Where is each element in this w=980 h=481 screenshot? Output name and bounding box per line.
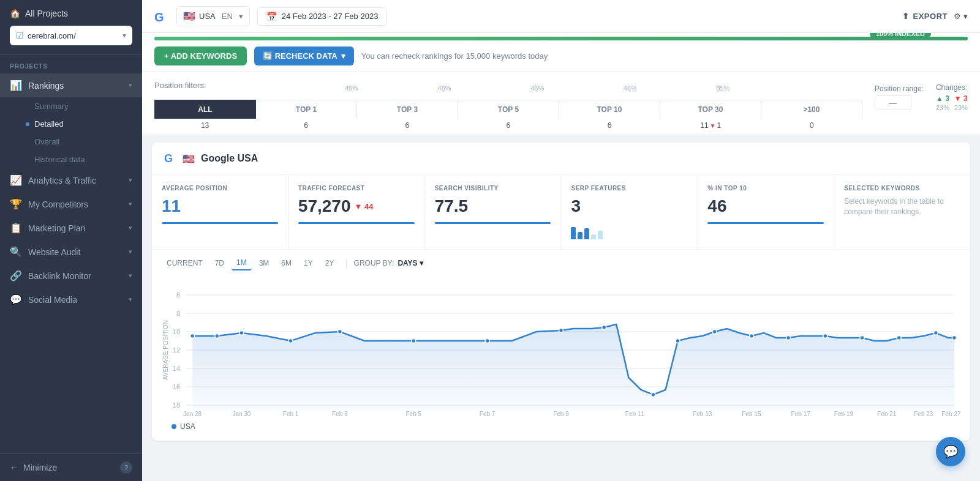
serp-features-label: SERP FEATURES [571,185,687,192]
google-section-logo: G [162,151,176,166]
search-visibility-label: SEARCH VISIBILITY [435,185,551,192]
svg-text:Feb 3: Feb 3 [332,411,348,417]
svg-point-24 [412,339,416,343]
filters-section: Position filters: 46% 46% 46% 46% 85% [142,72,980,135]
chevron-down-icon: ▾ [123,31,126,40]
sidebar-item-backlink[interactable]: 🔗 Backlink Monitor ▾ [0,264,142,288]
changes-values: ▲ 3 ▼ 3 [936,94,968,103]
svg-point-36 [933,331,938,335]
svg-point-21 [239,331,244,335]
sidebar-item-social[interactable]: 💬 Social Media ▾ [0,288,142,311]
main-content: G 🇺🇸 USA EN ▾ 📅 24 Feb 2023 - 27 Feb 202… [142,0,980,481]
time-tab-1y[interactable]: 1Y [299,256,318,270]
svg-point-23 [337,330,342,334]
recheck-data-button[interactable]: 🔄 RECHECK DATA ▾ [254,47,354,65]
filters-and-controls: Position filters: 46% 46% 46% 46% 85% [154,78,968,135]
metric-search-visibility: SEARCH VISIBILITY 77.5 [425,175,562,249]
svg-point-26 [559,329,563,333]
gear-icon: ⚙ [954,12,961,21]
filter-pct-top10: 46% [584,84,677,92]
down-indicator-icon: ▼ [710,122,716,129]
country-selector[interactable]: 🇺🇸 USA EN ▾ [176,6,250,26]
project-icon: ☑ [16,31,24,40]
sidebar-item-analytics[interactable]: 📈 Analytics & Traffic ▾ [0,168,142,192]
filter-tab-top5[interactable]: TOP 5 [458,100,559,119]
controls-wrap: Position range: Changes: ▲ 3 ▼ 3 23% 23% [862,78,968,116]
project-selector[interactable]: ☑ cerebral.com/ ▾ [10,26,132,45]
group-by-label: GROUP BY: [354,259,394,267]
settings-button[interactable]: ⚙ ▾ [954,12,968,21]
svg-text:18: 18 [173,401,180,409]
google-section-header: G 🇺🇸 Google USA [152,143,970,175]
sidebar-item-historical[interactable]: Historical data [0,151,142,168]
metrics-section: G 🇺🇸 Google USA AVERAGE POSITION 11 TRAF… [152,143,970,441]
pct-top10-sparkline [707,222,824,224]
google-section-flag: 🇺🇸 [183,153,195,165]
filter-tab-top30[interactable]: TOP 30 [660,100,761,119]
analytics-icon: 📈 [10,174,22,186]
filter-count-row: 13 6 6 6 6 11 ▼ 1 0 [154,119,862,135]
sidebar-item-audit[interactable]: 🔍 Website Audit ▾ [0,240,142,264]
filter-tab-top3[interactable]: TOP 3 [357,100,458,119]
chart-svg: 6 8 10 12 14 16 18 AVERAGE POSITION [162,283,960,417]
filter-tab-top1[interactable]: TOP 1 [256,100,357,119]
filter-tab-all[interactable]: ALL [154,100,256,119]
backlink-chevron-icon: ▾ [129,272,132,280]
content-area: 100% INDEXED + ADD KEYWORDS 🔄 RECHECK DA… [142,33,980,481]
svg-point-37 [952,336,956,340]
metric-avg-position: AVERAGE POSITION 11 [152,175,288,249]
time-tab-1m[interactable]: 1M [232,256,252,270]
usa-legend-label: USA [180,422,195,431]
sidebar-item-detailed[interactable]: Detailed [0,115,142,133]
svg-text:Feb 9: Feb 9 [553,411,569,417]
all-projects-link[interactable]: 🏠 All Projects [10,9,132,18]
sidebar-item-summary[interactable]: Summary [0,97,142,115]
svg-text:Feb 15: Feb 15 [742,411,761,417]
action-bar: + ADD KEYWORDS 🔄 RECHECK DATA ▾ You can … [142,40,980,72]
minimize-button[interactable]: ← Minimize ? [0,453,142,481]
sidebar-item-overall[interactable]: Overall [0,133,142,151]
sidebar-item-competitors[interactable]: 🏆 My Competitors ▾ [0,192,142,216]
index-bar-section: 100% INDEXED [142,33,980,40]
svg-text:G: G [154,10,164,24]
filter-pct-top3: 46% [398,84,491,92]
group-by-value[interactable]: DAYS ▾ [398,259,423,267]
time-tab-3m[interactable]: 3M [254,256,274,270]
filter-tab-top10[interactable]: TOP 10 [559,100,660,119]
country-chevron-icon: ▾ [239,12,243,21]
avg-position-sparkline [162,222,278,224]
competitors-icon: 🏆 [10,198,22,210]
calendar-icon: 📅 [266,12,277,21]
help-icon: ? [120,461,132,474]
time-tab-7d[interactable]: 7D [210,256,229,270]
chat-bubble-button[interactable]: 💬 [936,437,965,466]
metric-traffic-forecast: TRAFFIC FORECAST 57,270 ▼ 44 [288,175,425,249]
sidebar-item-marketing[interactable]: 📋 Marketing Plan ▾ [0,216,142,240]
usa-legend-dot [172,424,176,429]
detailed-active-dot [26,122,29,126]
svg-point-19 [190,334,195,338]
serp-bar-5 [598,231,603,239]
position-range-input[interactable] [875,95,911,110]
recheck-chevron-icon: ▾ [341,51,345,61]
recheck-info-text: You can recheck rankings for 15,000 keyw… [361,51,548,61]
filter-tab-gt100[interactable]: >100 [761,100,862,119]
date-selector[interactable]: 📅 24 Feb 2023 - 27 Feb 2023 [257,7,388,26]
sidebar-item-rankings[interactable]: 📊 Rankings ▾ [0,73,142,97]
chart-svg-wrap: 6 8 10 12 14 16 18 AVERAGE POSITION [162,283,960,417]
summary-label: Summary [34,102,69,111]
filter-pct-top1: 46% [305,84,398,92]
index-badge: 100% INDEXED [870,33,931,39]
add-keywords-button[interactable]: + ADD KEYWORDS [154,47,247,65]
time-tab-6m[interactable]: 6M [276,256,296,270]
serp-bar-4 [591,234,596,239]
svg-point-29 [676,339,680,343]
export-button[interactable]: ⬆ EXPORT [902,12,948,21]
traffic-forecast-label: TRAFFIC FORECAST [298,185,415,192]
chart-legend: USA [162,417,960,431]
all-projects-label: All Projects [25,9,68,18]
time-tab-2y[interactable]: 2Y [320,256,339,270]
time-tab-current[interactable]: CURRENT [162,256,208,270]
export-label: EXPORT [913,12,948,21]
svg-text:AVERAGE POSITION: AVERAGE POSITION [162,320,169,380]
